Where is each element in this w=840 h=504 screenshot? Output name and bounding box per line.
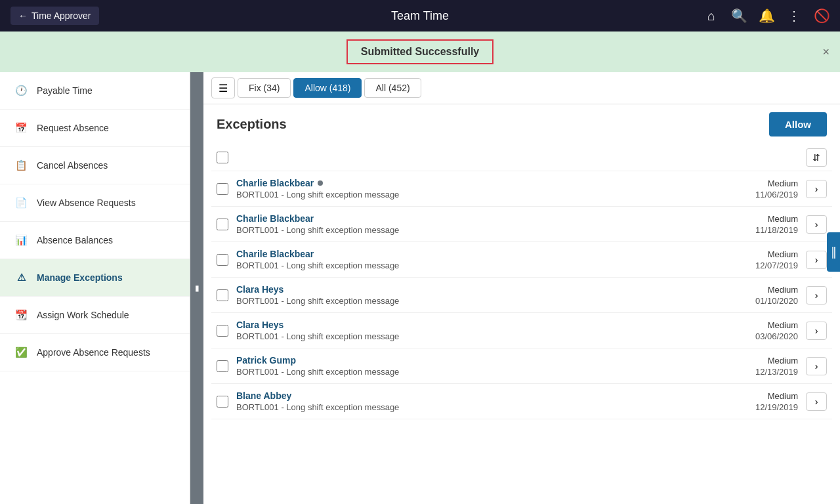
exception-severity-4: Medium	[732, 320, 798, 330]
schedule-icon: 📆	[13, 307, 29, 323]
sidebar: 🕐Payable Time📅Request Absence📋Cancel Abs…	[0, 72, 190, 504]
sort-button[interactable]: ⇵	[806, 148, 827, 167]
exception-name-6: Blane Abbey	[236, 390, 724, 401]
forbidden-icon[interactable]: 🚫	[814, 8, 830, 24]
right-edge-handle[interactable]: ‖	[827, 232, 840, 272]
main-content: ☰ Fix (34)Allow (418)All (452) Exception…	[203, 72, 840, 504]
sidebar-item-label-view-absence-requests: View Absence Requests	[37, 198, 136, 208]
back-button[interactable]: ← Time Approver	[10, 7, 99, 25]
exception-severity-0: Medium	[732, 178, 798, 188]
success-banner: Submitted Successfully ×	[0, 32, 840, 72]
exception-chevron-btn-1[interactable]: ›	[806, 215, 827, 234]
filter-btn-allow[interactable]: Allow (418)	[293, 78, 362, 98]
exception-meta-3: Medium01/10/2020	[732, 285, 798, 306]
exception-desc-2: BORTL001 - Long shift exception message	[236, 261, 724, 270]
exception-severity-3: Medium	[732, 285, 798, 295]
exception-desc-1: BORTL001 - Long shift exception message	[236, 225, 724, 235]
sidebar-item-approve-absence-requests[interactable]: ✅Approve Absence Requests	[0, 334, 190, 371]
row-checkbox-1[interactable]	[217, 219, 228, 230]
table-row: Blane AbbeyBORTL001 - Long shift excepti…	[211, 384, 832, 419]
exception-meta-5: Medium12/13/2019	[732, 356, 798, 377]
exception-chevron-btn-2[interactable]: ›	[806, 251, 827, 269]
close-banner-button[interactable]: ×	[822, 45, 830, 59]
sidebar-item-label-approve-absence-requests: Approve Absence Requests	[37, 347, 150, 358]
select-all-checkbox[interactable]	[217, 152, 228, 163]
row-checkbox-2[interactable]	[217, 254, 228, 266]
exception-chevron-btn-0[interactable]: ›	[806, 180, 827, 198]
table-row: Clara HeysBORTL001 - Long shift exceptio…	[211, 313, 832, 348]
exception-severity-6: Medium	[732, 391, 798, 401]
sidebar-item-label-assign-work-schedule: Assign Work Schedule	[37, 310, 129, 320]
sidebar-item-label-manage-exceptions: Manage Exceptions	[37, 272, 123, 283]
exception-date-2: 12/07/2019	[732, 261, 798, 270]
bell-icon[interactable]: 🔔	[759, 8, 774, 24]
sidebar-item-label-cancel-absences: Cancel Absences	[37, 160, 108, 171]
table-row: Clara HeysBORTL001 - Long shift exceptio…	[211, 278, 832, 313]
exception-chevron-btn-6[interactable]: ›	[806, 392, 827, 411]
sidebar-item-view-absence-requests[interactable]: 📄View Absence Requests	[0, 184, 190, 222]
exception-meta-0: Medium11/06/2019	[732, 178, 798, 200]
table-row: Charlie BlackbearBORTL001 - Long shift e…	[211, 207, 832, 242]
home-icon[interactable]: ⌂	[704, 9, 719, 24]
sidebar-item-label-payable-time: Payable Time	[37, 85, 93, 96]
exception-desc-0: BORTL001 - Long shift exception message	[236, 190, 724, 200]
exceptions-table: ⇵ Charlie BlackbearBORTL001 - Long shift…	[203, 144, 840, 504]
search-icon[interactable]: 🔍	[731, 8, 747, 24]
filter-row: ☰ Fix (34)Allow (418)All (452)	[203, 72, 840, 104]
more-icon[interactable]: ⋮	[786, 8, 802, 24]
exception-info-3: Clara HeysBORTL001 - Long shift exceptio…	[236, 284, 724, 306]
exception-name-1: Charlie Blackbear	[236, 213, 724, 224]
filter-btn-all[interactable]: All (452)	[364, 78, 421, 98]
exceptions-header: Exceptions Allow	[203, 104, 840, 144]
table-row: Charlie BlackbearBORTL001 - Long shift e…	[211, 171, 832, 207]
sidebar-item-request-absence[interactable]: 📅Request Absence	[0, 110, 190, 147]
sidebar-item-cancel-absences[interactable]: 📋Cancel Absences	[0, 147, 190, 184]
sidebar-item-assign-work-schedule[interactable]: 📆Assign Work Schedule	[0, 297, 190, 334]
back-label: Time Approver	[32, 10, 91, 21]
exceptions-title: Exceptions	[217, 117, 287, 132]
exception-name-5: Patrick Gump	[236, 355, 724, 366]
exception-chevron-btn-3[interactable]: ›	[806, 286, 827, 304]
exception-severity-1: Medium	[732, 214, 798, 224]
exception-desc-4: BORTL001 - Long shift exception message	[236, 331, 724, 341]
calendar-icon: 📅	[13, 120, 29, 136]
exception-chevron-btn-4[interactable]: ›	[806, 322, 827, 340]
filter-btn-fix[interactable]: Fix (34)	[238, 78, 291, 98]
exception-meta-4: Medium03/06/2020	[732, 320, 798, 341]
exception-name-4: Clara Heys	[236, 320, 724, 330]
row-checkbox-4[interactable]	[217, 325, 228, 337]
exception-severity-5: Medium	[732, 356, 798, 366]
exception-date-1: 11/18/2019	[732, 225, 798, 235]
exception-desc-5: BORTL001 - Long shift exception message	[236, 367, 724, 377]
exception-info-0: Charlie BlackbearBORTL001 - Long shift e…	[236, 178, 724, 200]
exception-meta-1: Medium11/18/2019	[732, 214, 798, 235]
sidebar-collapse-handle[interactable]: ▮	[190, 72, 203, 504]
exception-meta-2: Medium12/07/2019	[732, 249, 798, 270]
exception-desc-3: BORTL001 - Long shift exception message	[236, 296, 724, 306]
allow-button[interactable]: Allow	[769, 112, 827, 136]
success-message: Submitted Successfully	[346, 39, 494, 64]
exception-info-4: Clara HeysBORTL001 - Long shift exceptio…	[236, 320, 724, 341]
exception-severity-2: Medium	[732, 249, 798, 259]
row-checkbox-3[interactable]	[217, 289, 228, 301]
row-checkbox-0[interactable]	[217, 183, 228, 195]
sidebar-item-absence-balances[interactable]: 📊Absence Balances	[0, 222, 190, 259]
sidebar-item-payable-time[interactable]: 🕐Payable Time	[0, 72, 190, 110]
exception-meta-6: Medium12/19/2019	[732, 391, 798, 412]
sidebar-item-label-request-absence: Request Absence	[37, 123, 109, 133]
nav-icons: ⌂ 🔍 🔔 ⋮ 🚫	[704, 8, 830, 24]
row-checkbox-5[interactable]	[217, 360, 228, 372]
exception-date-6: 12/19/2019	[732, 402, 798, 412]
cancel-calendar-icon: 📋	[13, 158, 29, 173]
exception-dot-0	[318, 180, 323, 186]
exception-date-0: 11/06/2019	[732, 190, 798, 200]
table-row: Charile BlackbearBORTL001 - Long shift e…	[211, 242, 832, 278]
row-checkbox-6[interactable]	[217, 396, 228, 408]
check-calendar-icon: ✅	[13, 345, 29, 360]
sidebar-item-manage-exceptions[interactable]: ⚠Manage Exceptions	[0, 259, 190, 297]
exception-chevron-btn-5[interactable]: ›	[806, 357, 827, 375]
filter-icon-button[interactable]: ☰	[211, 77, 235, 98]
list-icon: 📄	[13, 195, 29, 211]
exception-name-0: Charlie Blackbear	[236, 178, 724, 188]
exception-desc-6: BORTL001 - Long shift exception message	[236, 402, 724, 412]
